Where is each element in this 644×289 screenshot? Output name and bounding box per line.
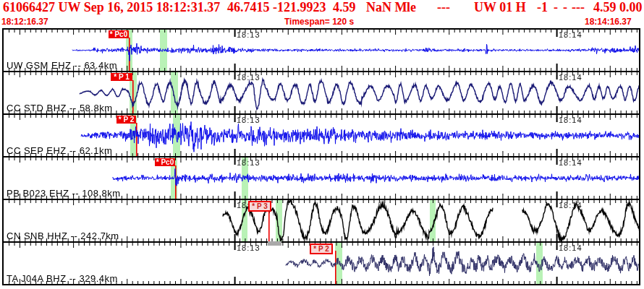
- window-end-time: 18:14:16.37: [585, 17, 632, 27]
- minute-label-1813: 18:13: [237, 243, 260, 252]
- minute-label-1814: 18:14: [559, 201, 582, 210]
- minute-label-1814: 18:14: [559, 73, 582, 82]
- station-label: TA J04A BHZ -- 329.4km: [7, 273, 118, 284]
- trace-panel-1[interactable]: 18:13 18:14 * P 1 CC STD BHZ -- 58.8km: [4, 71, 639, 113]
- minute-label-1813: 18:13: [237, 73, 260, 82]
- station-label: CC STD BHZ -- 58.8km: [7, 103, 113, 113]
- station-label: CC SEP EHZ -- 62.1km: [7, 145, 112, 156]
- station-label: CN SNB HHZ -- 242.7km: [7, 230, 119, 241]
- header-field-4: le: [407, 0, 416, 15]
- header-field-11: 4.59 0.00: [593, 0, 643, 15]
- trace-panel-0[interactable]: 18:13 18:14 * Pc0 UW GSM EHZ -- 63.4km: [4, 30, 639, 71]
- header-field-5: ---: [437, 0, 450, 15]
- header-field-2: 4.59: [333, 0, 356, 15]
- header-field-6: UW 01 H: [474, 0, 526, 15]
- header-field-0: 61066427 UW Sep 16, 2015 18:12:31.37: [3, 0, 220, 15]
- minute-label-1814: 18:14: [559, 158, 582, 167]
- pick-flag[interactable]: * P 3: [248, 201, 271, 212]
- window-start-time: 18:12:16.37: [1, 17, 48, 27]
- header-field-8: -: [554, 0, 558, 15]
- pick-flag[interactable]: * Pc0: [109, 30, 129, 38]
- trace-panel-3[interactable]: 18:13 18:14 * Pc0 PB B023 EHZ -- 108.8km: [4, 156, 639, 199]
- trace-panel-5[interactable]: 18:13 18:14 * P 2 TA J04A BHZ -- 329.4km: [4, 241, 639, 284]
- trace-panel-4[interactable]: 18:13 18:14 * P 3 CN SNB HHZ -- 242.7km: [4, 199, 639, 241]
- pick-flag[interactable]: * P 1: [111, 73, 132, 81]
- timespan-label: Timespan= 120 s: [284, 17, 354, 27]
- header-field-9: -: [563, 0, 567, 15]
- event-header: 61066427 UW Sep 16, 2015 18:12:31.3746.7…: [0, 0, 644, 28]
- station-label: UW GSM EHZ -- 63.4km: [7, 60, 117, 71]
- header-field-10: ---: [572, 0, 585, 15]
- trace-panel-2[interactable]: 18:13 18:14 * P 2 CC SEP EHZ -- 62.1km: [4, 113, 639, 156]
- header-field-3: NaN M: [366, 0, 407, 15]
- minute-label-1813: 18:13: [237, 116, 260, 124]
- gray-marker: [268, 241, 281, 246]
- pick-flag[interactable]: * P 2: [116, 116, 136, 124]
- minute-label-1814: 18:14: [559, 243, 582, 252]
- trace-stack: 18:13 18:14 * Pc0 UW GSM EHZ -- 63.4km 1…: [2, 28, 640, 285]
- header-field-1: 46.7415 -121.9923: [227, 0, 326, 15]
- minute-label-1813: 18:13: [237, 158, 260, 167]
- header-field-7: -1: [537, 0, 548, 15]
- pick-flag[interactable]: * Pc0: [155, 158, 175, 166]
- pick-flag[interactable]: * P 2: [310, 243, 333, 254]
- minute-label-1813: 18:13: [237, 30, 260, 39]
- station-label: PB B023 EHZ -- 108.8km: [7, 188, 121, 199]
- minute-label-1814: 18:14: [559, 116, 582, 124]
- minute-label-1814: 18:14: [559, 30, 582, 39]
